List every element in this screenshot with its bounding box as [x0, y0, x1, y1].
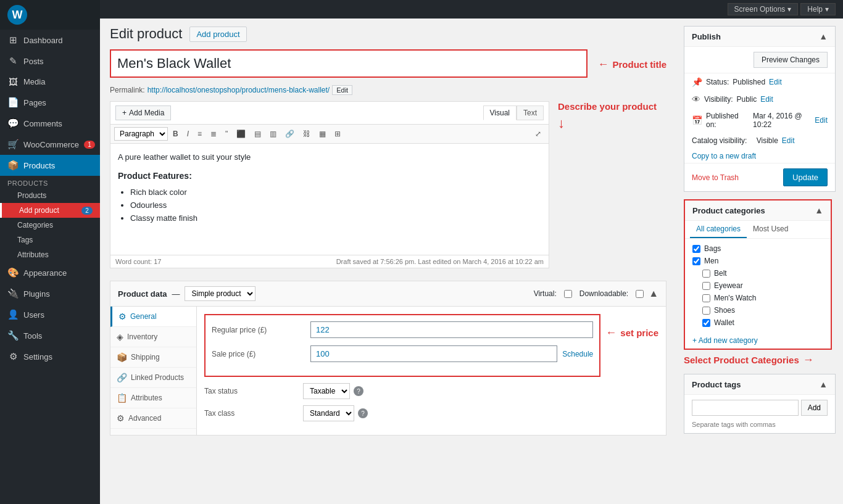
- sidebar-sub-categories[interactable]: Categories: [0, 218, 100, 233]
- sidebar-item-posts[interactable]: ✎ Posts: [0, 51, 100, 72]
- product-title-input[interactable]: [110, 49, 588, 78]
- update-btn[interactable]: Update: [783, 168, 828, 186]
- tax-class-select[interactable]: Standard: [303, 405, 354, 421]
- help-chevron: ▾: [825, 5, 829, 14]
- ptab-general[interactable]: ⚙ General: [110, 307, 196, 327]
- sidebar-sub-tags[interactable]: Tags: [0, 233, 100, 247]
- advanced-icon: ⚙: [117, 413, 125, 423]
- sidebar-item-settings[interactable]: ⚙ Settings: [0, 346, 100, 367]
- regular-price-input[interactable]: [310, 321, 593, 338]
- sidebar-label-media: Media: [23, 77, 45, 86]
- copy-draft-link[interactable]: Copy to a new draft: [692, 152, 756, 160]
- link-btn[interactable]: 🔗: [281, 128, 298, 140]
- cat-bags: Bags: [692, 242, 823, 255]
- visibility-edit-link[interactable]: Edit: [760, 95, 773, 104]
- ptab-linked[interactable]: 🔗 Linked Products: [110, 368, 196, 388]
- text-tab[interactable]: Text: [517, 105, 544, 120]
- cat-eyewear-checkbox[interactable]: [702, 282, 710, 290]
- title-arrow-icon: ←: [597, 58, 608, 71]
- publish-collapse-btn[interactable]: ▲: [819, 31, 828, 41]
- align-center-btn[interactable]: ▤: [251, 128, 265, 140]
- ptab-shipping[interactable]: 📦 Shipping: [110, 347, 196, 368]
- cat-shoes-checkbox[interactable]: [702, 307, 710, 315]
- general-icon: ⚙: [118, 312, 127, 321]
- sidebar-label-settings: Settings: [23, 352, 52, 361]
- ptab-inventory[interactable]: ◈ Inventory: [110, 327, 196, 347]
- add-product-label: Add product: [19, 206, 59, 215]
- cat-mens-watch: Men's Watch: [692, 292, 823, 304]
- product-type-select[interactable]: Simple product: [185, 286, 255, 301]
- more-btn[interactable]: ▦: [315, 128, 330, 140]
- cat-bags-checkbox[interactable]: [692, 245, 700, 253]
- tags-collapse-btn[interactable]: ▲: [819, 379, 828, 389]
- permalink-url[interactable]: http://localhost/onestopshop/product/men…: [147, 86, 330, 94]
- italic-btn[interactable]: I: [183, 128, 193, 140]
- fullscreen-btn[interactable]: ⤢: [531, 128, 545, 140]
- downloadable-checkbox[interactable]: [636, 290, 644, 298]
- catalog-edit-link[interactable]: Edit: [782, 136, 795, 145]
- unlink-btn[interactable]: ⛓: [299, 128, 314, 140]
- sale-price-input[interactable]: [310, 345, 557, 362]
- tags-input[interactable]: [692, 400, 799, 416]
- sidebar-item-pages[interactable]: 📄 Pages: [0, 92, 100, 113]
- schedule-link[interactable]: Schedule: [562, 350, 593, 358]
- product-data-collapse[interactable]: ▲: [649, 288, 658, 299]
- sidebar-item-users[interactable]: 👤 Users: [0, 304, 100, 325]
- ptab-general-label: General: [130, 312, 157, 321]
- categories-collapse-btn[interactable]: ▲: [815, 205, 823, 215]
- sidebar-item-plugins[interactable]: 🔌 Plugins: [0, 283, 100, 304]
- sidebar-item-appearance[interactable]: 🎨 Appearance: [0, 262, 100, 283]
- preview-changes-btn[interactable]: Preview Changes: [754, 52, 828, 68]
- visibility-icon: 👁: [692, 94, 700, 104]
- virtual-checkbox[interactable]: [564, 290, 572, 298]
- cat-tab-most-used[interactable]: Most Used: [747, 221, 794, 238]
- permalink-edit-btn[interactable]: Edit: [332, 85, 352, 95]
- ol-btn[interactable]: ≣: [207, 128, 220, 140]
- blockquote-btn[interactable]: ": [222, 128, 231, 140]
- tools-icon: 🔧: [7, 330, 19, 341]
- published-edit-link[interactable]: Edit: [815, 116, 828, 125]
- help-btn[interactable]: Help ▾: [800, 3, 836, 15]
- categories-title: Product categories: [692, 206, 765, 215]
- cat-belt-checkbox[interactable]: [702, 270, 710, 278]
- cat-wallet-checkbox[interactable]: [702, 319, 710, 327]
- sidebar-label-users: Users: [23, 310, 44, 320]
- paragraph-select[interactable]: Paragraph: [114, 127, 168, 141]
- sidebar-item-media[interactable]: 🖼 Media: [0, 72, 100, 92]
- status-edit-link[interactable]: Edit: [769, 78, 782, 86]
- sidebar-item-comments[interactable]: 💬 Comments: [0, 113, 100, 134]
- cat-shoes: Shoes: [692, 304, 823, 316]
- align-right-btn[interactable]: ▥: [266, 128, 280, 140]
- sidebar-item-dashboard[interactable]: ⊞ Dashboard: [0, 30, 100, 51]
- ptab-attributes[interactable]: 📋 Attributes: [110, 388, 196, 408]
- sidebar-sub-attributes[interactable]: Attributes: [0, 247, 100, 262]
- status-value: Published: [733, 78, 765, 86]
- ptab-advanced-label: Advanced: [128, 414, 161, 423]
- cat-belt-label: Belt: [714, 269, 727, 278]
- regular-price-label: Regular price (£): [212, 326, 310, 334]
- sidebar-sub-all-products[interactable]: Products: [0, 188, 100, 203]
- editor-body[interactable]: A pure leather wallet to suit your style…: [110, 144, 549, 255]
- align-left-btn[interactable]: ⬛: [233, 128, 249, 140]
- screen-options-btn[interactable]: Screen Options ▾: [728, 3, 799, 15]
- sidebar-item-tools[interactable]: 🔧 Tools: [0, 325, 100, 346]
- tags-add-btn[interactable]: Add: [801, 400, 828, 416]
- add-media-btn[interactable]: + Add Media: [115, 105, 171, 120]
- product-data-body: ⚙ General ◈ Inventory 📦 Shipping 🔗: [110, 307, 666, 435]
- table-btn[interactable]: ⊞: [331, 128, 344, 140]
- add-new-category-link[interactable]: + Add new category: [685, 333, 831, 349]
- bold-btn[interactable]: B: [169, 128, 182, 140]
- ptab-advanced[interactable]: ⚙ Advanced: [110, 408, 196, 429]
- cat-mens-watch-checkbox[interactable]: [702, 294, 710, 302]
- tax-status-select[interactable]: Taxable: [303, 383, 350, 399]
- ul-btn[interactable]: ≡: [194, 128, 206, 140]
- move-trash-link[interactable]: Move to Trash: [692, 173, 739, 182]
- cat-men-checkbox[interactable]: [692, 257, 700, 265]
- add-product-button[interactable]: Add product: [189, 27, 246, 42]
- visual-tab[interactable]: Visual: [483, 105, 517, 120]
- sidebar-item-woocommerce[interactable]: 🛒 WooCommerce 1: [0, 134, 100, 155]
- cat-tab-all[interactable]: All categories: [690, 221, 747, 238]
- sidebar-item-products[interactable]: 📦 Products: [0, 155, 100, 176]
- sidebar-sub-add-product[interactable]: Add product 2: [0, 203, 100, 218]
- visual-text-tabs: Visual Text: [483, 105, 544, 120]
